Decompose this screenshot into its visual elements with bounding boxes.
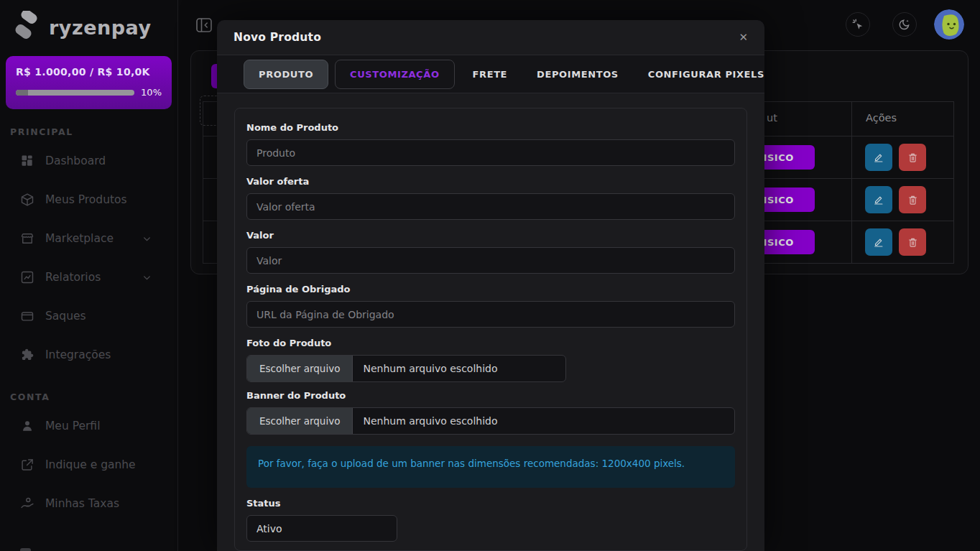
file-name-text: Nenhum arquivo escolhido xyxy=(353,356,507,381)
modal-tab-bar: PRODUTO CUSTOMIZAÇÃO FRETE DEPOIMENTOS C… xyxy=(217,55,764,93)
goal-amount: R$ 1.000,00 / R$ 10,0K xyxy=(16,66,162,78)
tab-frete[interactable]: FRETE xyxy=(461,60,519,89)
field-label-valor-oferta: Valor oferta xyxy=(246,176,735,187)
sidebar-item-saques[interactable]: Saques xyxy=(0,297,177,335)
goal-card: R$ 1.000,00 / R$ 10,0K 10% xyxy=(6,56,172,109)
brand-logo[interactable]: ryzenpay xyxy=(0,0,177,45)
product-form: Nome do Produto Valor oferta Valor Págin… xyxy=(234,108,747,551)
edit-button[interactable] xyxy=(865,186,892,213)
sidebar-item-relatorios[interactable]: Relatorios xyxy=(0,258,177,297)
store-icon xyxy=(20,231,34,246)
tab-configurar-pixels[interactable]: CONFIGURAR PIXELS xyxy=(637,60,776,89)
field-label-valor: Valor xyxy=(246,230,735,241)
sidebar: ryzenpay R$ 1.000,00 / R$ 10,0K 10% PRIN… xyxy=(0,0,178,551)
chevron-down-icon xyxy=(142,273,152,282)
valor-input[interactable] xyxy=(246,247,735,274)
sidebar-item-indique-e-ganhe[interactable]: Indique e ganhe xyxy=(0,445,177,484)
table-header-layout-partial: ut xyxy=(767,112,777,124)
user-avatar[interactable] xyxy=(934,9,964,40)
edit-button[interactable] xyxy=(865,144,892,171)
escolher-arquivo-button[interactable]: Escolher arquivo xyxy=(247,356,353,381)
close-icon[interactable]: ✕ xyxy=(739,32,748,43)
sidebar-item-label: Relatorios xyxy=(45,271,101,284)
foto-do-produto-file-input[interactable]: Escolher arquivo Nenhum arquivo escolhid… xyxy=(246,355,566,382)
sidebar-item-integracoes[interactable]: Integrações xyxy=(0,335,177,374)
delete-button[interactable] xyxy=(899,228,926,256)
dark-mode-toggle[interactable] xyxy=(892,12,917,37)
tab-produto[interactable]: PRODUTO xyxy=(244,60,328,89)
trash-icon xyxy=(907,236,919,249)
delete-button[interactable] xyxy=(899,186,926,213)
tab-depoimentos[interactable]: DEPOIMENTOS xyxy=(525,60,630,89)
field-label-status: Status xyxy=(246,498,735,509)
sidebar-item-marketplace[interactable]: Marketplace xyxy=(0,219,177,258)
cursor-click-icon xyxy=(851,18,864,31)
trash-icon xyxy=(907,194,919,206)
field-label-pagina-obrigado: Página de Obrigado xyxy=(246,284,735,295)
share-icon xyxy=(20,458,34,472)
table-header-acoes: Ações xyxy=(866,112,897,124)
sidebar-item-label: Dashboard xyxy=(45,154,106,167)
pencil-icon xyxy=(872,236,885,249)
collapse-sidebar-button[interactable] xyxy=(196,18,212,32)
section-label-principal: PRINCIPAL xyxy=(10,126,177,137)
sidebar-item-meus-produtos[interactable]: Meus Produtos xyxy=(0,180,177,219)
sidebar-item-minhas-taxas[interactable]: Minhas Taxas xyxy=(0,484,177,523)
goal-progress-fill xyxy=(16,90,28,96)
sidebar-item-label: Integrações xyxy=(45,348,111,361)
puzzle-icon xyxy=(20,348,34,362)
section-label-conta: CONTA xyxy=(10,392,177,402)
field-label-nome: Nome do Produto xyxy=(246,122,735,133)
sidebar-item-label: Indique e ganhe xyxy=(45,458,136,471)
delete-button[interactable] xyxy=(899,144,926,171)
valor-oferta-input[interactable] xyxy=(246,193,735,220)
banner-do-produto-file-input[interactable]: Escolher arquivo Nenhum arquivo escolhid… xyxy=(246,407,735,435)
pagina-obrigado-input[interactable] xyxy=(246,301,735,328)
nome-do-produto-input[interactable] xyxy=(246,139,735,166)
modal-body: Nome do Produto Valor oferta Valor Págin… xyxy=(217,93,764,551)
ryzenpay-logo-icon xyxy=(13,11,40,44)
field-label-banner: Banner do Produto xyxy=(246,390,735,401)
hand-coin-icon xyxy=(20,496,34,511)
sidebar-item-meu-perfil[interactable]: Meu Perfil xyxy=(0,407,177,445)
click-effects-button[interactable] xyxy=(846,12,870,37)
sidebar-item-label: Meu Perfil xyxy=(45,420,100,432)
sidebar-item-dashboard[interactable]: Dashboard xyxy=(0,142,177,180)
goal-progress-bar xyxy=(16,90,134,96)
status-select[interactable]: Ativo xyxy=(246,515,397,542)
sidebar-item-label: Minhas Taxas xyxy=(45,497,119,510)
novo-produto-modal: Novo Produto ✕ PRODUTO CUSTOMIZAÇÃO FRET… xyxy=(217,20,764,551)
modal-title: Novo Produto xyxy=(234,31,321,44)
tab-customizacao[interactable]: CUSTOMIZAÇÃO xyxy=(335,60,455,89)
partial-nav-icon xyxy=(20,548,31,551)
sidebar-item-label: Saques xyxy=(45,310,86,323)
trash-icon xyxy=(907,152,919,164)
sidebar-item-label: Meus Produtos xyxy=(45,193,127,206)
escolher-arquivo-button[interactable]: Escolher arquivo xyxy=(247,408,353,434)
dashboard-grid-icon xyxy=(20,154,34,168)
modal-header: Novo Produto ✕ xyxy=(217,20,764,55)
moon-star-icon xyxy=(898,18,911,31)
brand-name: ryzenpay xyxy=(49,17,151,39)
field-label-foto: Foto do Produto xyxy=(246,338,735,348)
user-icon xyxy=(20,419,34,433)
chart-icon xyxy=(20,270,34,284)
goal-percent: 10% xyxy=(141,87,162,98)
sidebar-item-label: Marketplace xyxy=(45,232,114,245)
banner-dimensions-alert: Por favor, faça o upload de um banner na… xyxy=(246,446,735,488)
file-name-text: Nenhum arquivo escolhido xyxy=(353,408,507,434)
wallet-icon xyxy=(20,309,34,323)
cube-icon xyxy=(20,193,34,207)
pencil-icon xyxy=(872,193,885,206)
pencil-icon xyxy=(872,151,885,164)
chevron-down-icon xyxy=(142,234,152,244)
edit-button[interactable] xyxy=(865,228,892,256)
